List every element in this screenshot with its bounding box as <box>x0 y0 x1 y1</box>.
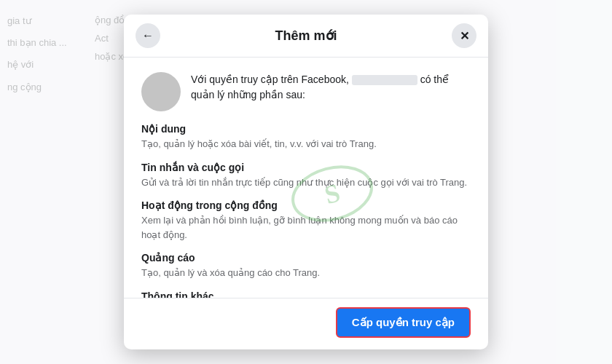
permission-item-0: Nội dung Tạo, quản lý hoặc xóa bài viết,… <box>141 123 471 151</box>
avatar <box>141 72 181 111</box>
permission-desc-3: Tạo, quản lý và xóa quảng cáo cho Trang. <box>141 266 471 280</box>
intro-text: Với quyền truy cập trên Facebook, có thể… <box>191 72 471 103</box>
intro-text-before: Với quyền truy cập trên Facebook, <box>191 74 349 85</box>
permission-title-1: Tin nhắn và cuộc gọi <box>141 162 471 173</box>
modal-header: ← Thêm mới ✕ <box>124 15 488 58</box>
permission-title-2: Hoạt động trong cộng đồng <box>141 199 471 211</box>
permission-item-3: Quảng cáo Tạo, quản lý và xóa quảng cáo … <box>141 252 471 280</box>
modal-body: Với quyền truy cập trên Facebook, có thể… <box>124 58 488 298</box>
permission-title-0: Nội dung <box>141 123 471 135</box>
permission-item-1: Tin nhắn và cuộc gọi Gửi và trả lời tin … <box>141 162 471 190</box>
back-button[interactable]: ← <box>136 23 160 48</box>
close-button[interactable]: ✕ <box>452 23 476 48</box>
modal-title: Thêm mới <box>275 28 337 44</box>
modal-footer: Cấp quyền truy cập <box>124 298 488 349</box>
grant-access-button[interactable]: Cấp quyền truy cập <box>336 307 471 338</box>
permission-desc-0: Tạo, quản lý hoặc xóa bài viết, tin, v.v… <box>141 137 471 151</box>
permission-item-4: Thông tin khác <box>141 290 471 298</box>
permission-title-4: Thông tin khác <box>141 290 471 298</box>
redacted-name <box>352 75 417 85</box>
permissions-list: Nội dung Tạo, quản lý hoặc xóa bài viết,… <box>141 123 471 298</box>
modal-overlay: ← Thêm mới ✕ Với quyền truy cập trên Fac… <box>0 0 612 364</box>
permission-desc-2: Xem lại và phản hồi bình luận, gỡ bình l… <box>141 213 471 242</box>
permission-title-3: Quảng cáo <box>141 252 471 264</box>
user-intro: Với quyền truy cập trên Facebook, có thể… <box>141 72 471 111</box>
modal-dialog: ← Thêm mới ✕ Với quyền truy cập trên Fac… <box>124 15 488 349</box>
permission-desc-1: Gửi và trả lời tin nhắn trực tiếp cũng n… <box>141 175 471 190</box>
permission-item-2: Hoạt động trong cộng đồng Xem lại và phả… <box>141 199 471 242</box>
